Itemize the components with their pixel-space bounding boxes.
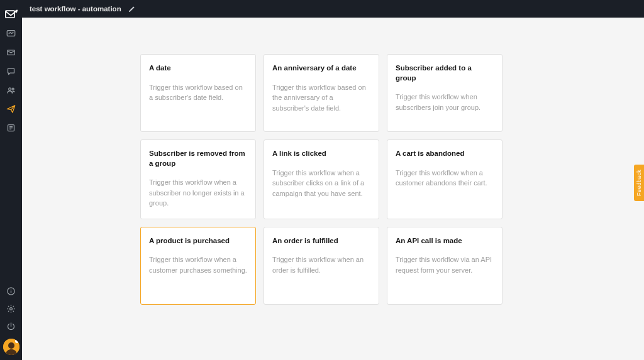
trigger-card-desc: Trigger this workflow when a subscriber … [272, 168, 370, 199]
trigger-card-desc: Trigger this workflow based on the anniv… [272, 82, 370, 114]
svg-point-7 [10, 307, 13, 310]
nav-campaigns[interactable] [0, 43, 22, 62]
trigger-card[interactable]: An API call is madeTrigger this workflow… [387, 227, 502, 305]
comment-icon [6, 67, 16, 76]
nav-automation[interactable] [0, 99, 22, 118]
trigger-card-title: A link is clicked [272, 149, 370, 159]
workflow-title: test workflow - automation [30, 5, 121, 13]
envelope-icon [6, 48, 16, 57]
trigger-card-desc: Trigger this workflow when a subscriber … [149, 177, 247, 209]
trigger-card-desc: Trigger this workflow via an API request… [396, 254, 494, 275]
chart-icon [6, 29, 16, 38]
nav-forms[interactable] [0, 118, 22, 137]
trigger-card[interactable]: A link is clickedTrigger this workflow w… [264, 139, 379, 219]
nav-reports[interactable] [0, 24, 22, 43]
trigger-card-desc: Trigger this workflow when a customer pu… [149, 254, 247, 275]
trigger-card[interactable]: A cart is abandonedTrigger this workflow… [387, 139, 502, 219]
nav-messages[interactable] [0, 62, 22, 80]
feedback-tab[interactable]: Feedback [634, 165, 644, 201]
nav-settings[interactable] [0, 300, 22, 317]
trigger-card[interactable]: An anniversary of a dateTrigger this wor… [264, 54, 379, 132]
svg-point-4 [12, 88, 14, 90]
trigger-picker: A dateTrigger this workflow based on a s… [22, 18, 644, 360]
trigger-card-title: A cart is abandoned [396, 149, 494, 159]
trigger-card-title: An anniversary of a date [272, 63, 370, 74]
plane-icon [6, 104, 16, 114]
header: test workflow - automation [22, 0, 644, 18]
trigger-card[interactable]: A dateTrigger this workflow based on a s… [140, 54, 256, 132]
trigger-card-title: Subscriber is removed from a group [149, 149, 247, 168]
nav-help[interactable] [0, 282, 22, 300]
settings-icon [6, 304, 16, 314]
trigger-card-title: A date [149, 63, 247, 74]
users-icon [6, 85, 16, 95]
trigger-card-desc: Trigger this workflow based on a subscri… [149, 82, 247, 103]
trigger-card-desc: Trigger this workflow when an order is f… [272, 254, 370, 275]
trigger-card-title: Subscriber added to a group [396, 63, 494, 83]
app-logo[interactable] [0, 5, 22, 24]
trigger-card-title: An API call is made [396, 236, 494, 246]
trigger-card-title: A product is purchased [149, 236, 247, 246]
trigger-card-desc: Trigger this workflow when a customer ab… [396, 168, 494, 188]
sidebar [0, 0, 22, 360]
trigger-card[interactable]: A product is purchasedTrigger this workf… [140, 227, 256, 305]
info-icon [6, 286, 16, 296]
trigger-card-desc: Trigger this workflow when subscribers j… [396, 92, 494, 112]
user-avatar[interactable] [3, 339, 19, 355]
trigger-card[interactable]: Subscriber is removed from a groupTrigge… [140, 139, 256, 219]
trigger-card-title: An order is fulfilled [272, 236, 370, 246]
svg-point-3 [9, 87, 11, 90]
svg-point-9 [8, 342, 14, 349]
trigger-card[interactable]: Subscriber added to a groupTrigger this … [387, 54, 502, 132]
main: test workflow - automation A dateTrigger… [22, 0, 644, 360]
trigger-card[interactable]: An order is fulfilledTrigger this workfl… [264, 227, 379, 305]
edit-title-button[interactable] [126, 3, 138, 14]
pencil-icon [128, 6, 135, 13]
nav-logout[interactable] [0, 317, 22, 335]
list-icon [6, 123, 16, 133]
nav-subscribers[interactable] [0, 80, 22, 99]
power-icon [6, 322, 16, 331]
